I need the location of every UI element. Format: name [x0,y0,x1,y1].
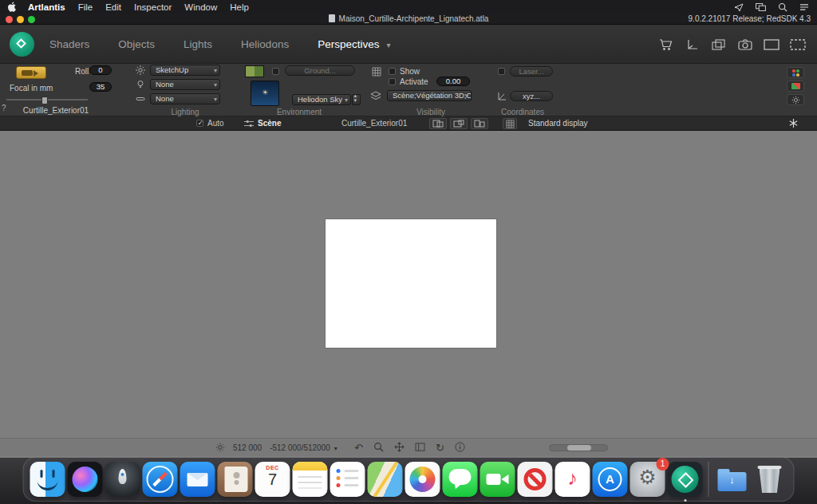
ground-button[interactable]: Ground... [285,65,355,76]
apple-menu-icon[interactable] [8,2,17,12]
activate-value-input[interactable]: 0.00 [436,77,470,86]
environment-section-label: Environment [263,108,335,116]
safe-frame-button[interactable] [503,118,517,129]
dashed-frame-icon[interactable] [788,37,807,53]
tab-perspectives[interactable]: Perspectives [318,38,390,50]
status-plane-icon[interactable] [734,2,744,12]
settings-button[interactable] [787,94,804,105]
dock-separator [708,462,709,497]
dock-siri-icon[interactable] [68,462,103,497]
tab-lights[interactable]: Lights [184,38,212,50]
aspect-preset-button-1[interactable] [429,118,447,129]
dock-photos-icon[interactable] [405,462,440,497]
notification-badge: 1 [657,458,669,471]
layers-dropdown[interactable]: Scène;Végétation 3D;Obj. [387,90,472,101]
dock-music-icon[interactable] [555,462,590,497]
laser-checkbox[interactable] [498,68,505,75]
menu-help[interactable]: Help [230,2,249,12]
dock-mail-icon[interactable] [180,462,215,497]
viewport-scrollbar[interactable] [549,444,608,451]
undo-icon[interactable]: ↶ [354,443,363,453]
menu-file[interactable]: File [78,2,93,12]
corner-ruler-icon[interactable] [683,37,702,53]
notification-center-icon[interactable] [799,3,809,11]
dock-app-store-icon[interactable] [593,462,628,497]
dock-finder-icon[interactable] [30,462,65,497]
camera-type-button[interactable] [16,66,46,79]
dock-contacts-icon[interactable] [218,462,253,497]
pan-icon[interactable] [394,442,405,454]
render-colors-button[interactable] [787,67,804,78]
menu-inspector[interactable]: Inspector [134,2,172,12]
dock-notes-icon[interactable] [293,462,328,497]
tab-perspectives-label: Perspectives [318,38,379,50]
dock-downloads-folder-icon[interactable]: ↓ [715,462,750,497]
laser-button[interactable]: Laser... [510,66,553,77]
roll-input[interactable]: 0 [89,65,112,75]
activate-checkbox[interactable] [389,78,396,85]
dock-maps-icon[interactable] [368,462,403,497]
sun-light-icon [136,65,145,75]
render-settings-gear-icon[interactable] [215,443,225,454]
diamond-icon [16,38,26,49]
camera-name-label: Curtille_Exterior01 [0,106,112,115]
xyz-button[interactable]: xyz... [510,91,553,101]
auto-checkbox[interactable] [196,120,203,127]
aspect-preset-button-2[interactable] [450,118,468,129]
render-size-value[interactable]: 512 000 [233,443,262,452]
menu-edit[interactable]: Edit [105,2,121,12]
app-menu-artlantis[interactable]: Artlantis [28,2,65,12]
viewport-canvas[interactable]: 512 000 -512 000/512000 ↶ ↻ [0,131,817,458]
dock-reminders-icon[interactable] [330,462,365,497]
neon-set-dropdown-1[interactable]: None [150,79,220,90]
status-displays-icon[interactable] [756,3,766,11]
running-indicator [684,499,686,502]
sky-stepper[interactable] [352,94,361,105]
dock-artlantis-icon[interactable] [668,462,703,497]
cart-icon[interactable] [657,37,676,53]
focal-slider[interactable] [6,99,88,100]
calendar-day-label: 7 [255,471,290,489]
info-icon[interactable] [455,442,465,454]
dock-safari-icon[interactable] [143,462,178,497]
camera-icon[interactable] [736,37,755,53]
show-checkbox[interactable] [389,68,396,75]
dock-launchpad-icon[interactable] [105,462,140,497]
layers-value: Scène;Végétation 3D;Obj. [393,91,472,100]
show-label: Show [400,67,420,76]
render-size-controls: 512 000 -512 000/512000 [215,439,337,457]
dock-facetime-icon[interactable] [480,462,515,497]
render-size-detail-dropdown[interactable]: -512 000/512000 [270,443,337,452]
frame-icon[interactable] [762,37,781,53]
display-mode-selector[interactable]: Standard display [528,119,588,128]
sky-type-dropdown[interactable]: Heliodon Sky [292,94,351,105]
dock-trash-icon[interactable] [752,462,787,497]
red-green-toggle-button[interactable] [787,81,804,92]
render-burst-icon[interactable] [788,118,799,130]
neon-set-dropdown-2[interactable]: None [150,93,220,104]
menu-window[interactable]: Window [184,2,217,12]
dock-messages-icon[interactable] [443,462,478,497]
scene-settings-icon [244,120,254,129]
panel-layout-icon[interactable] [415,443,425,453]
dock-calendar-icon[interactable]: DEC 7 [255,462,290,497]
perspective-inspector: ? Roll 0 Focal in mm 35 Curtille_Exterio… [0,64,817,116]
ground-color-swatch[interactable] [245,65,264,77]
dock-no-entry-icon[interactable] [518,462,553,497]
scrollbar-thumb[interactable] [567,445,591,451]
tab-objects[interactable]: Objects [118,38,155,50]
dock-system-preferences-icon[interactable]: 1 [630,462,665,497]
windows-stack-icon[interactable] [709,37,728,53]
focal-input[interactable]: 35 [89,82,112,92]
color-dots-icon [791,69,799,77]
sky-preview-thumbnail[interactable] [251,81,279,106]
aspect-preset-button-3[interactable] [471,118,488,129]
zoom-icon[interactable] [373,442,384,454]
lights-set-dropdown[interactable]: SketchUp [150,65,220,76]
tab-shaders[interactable]: Shaders [49,38,89,50]
tab-heliodons[interactable]: Heliodons [241,38,289,50]
coordinates-section-label: Coordinates [489,108,556,116]
spotlight-search-icon[interactable] [778,2,787,12]
refresh-icon[interactable]: ↻ [436,443,444,453]
ground-checkbox[interactable] [272,68,279,75]
